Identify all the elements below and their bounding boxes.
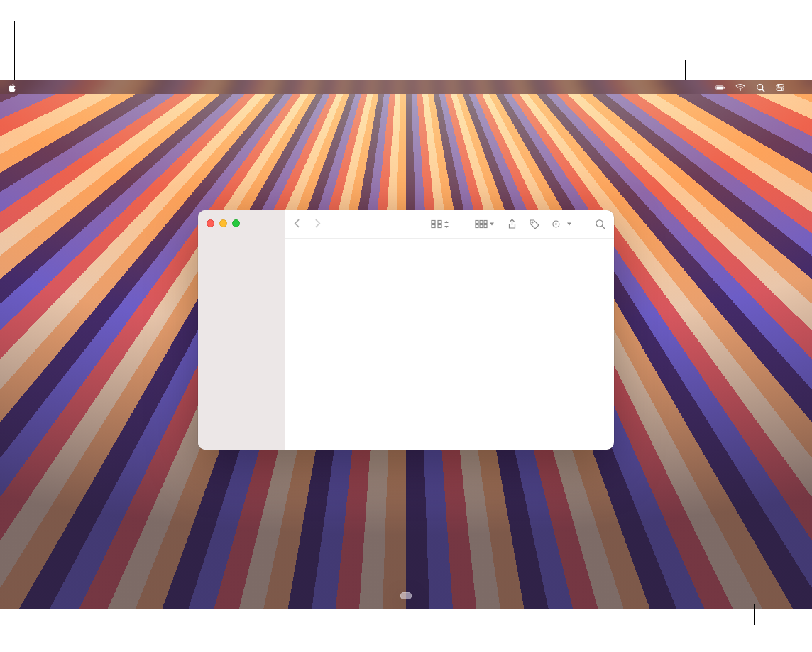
control-center-icon[interactable] (775, 82, 785, 92)
svg-point-4 (757, 84, 762, 89)
apple-menu-icon[interactable] (7, 82, 17, 92)
svg-point-8 (778, 85, 779, 86)
svg-line-5 (762, 89, 764, 91)
svg-point-22 (555, 223, 557, 225)
svg-rect-17 (476, 225, 478, 228)
svg-point-9 (781, 89, 782, 90)
tag-button[interactable] (530, 219, 539, 229)
sidebar-head-locations (198, 254, 285, 259)
svg-rect-18 (480, 225, 483, 228)
desktop[interactable] (0, 80, 812, 609)
svg-point-20 (532, 222, 533, 223)
zoom-button[interactable] (232, 219, 240, 227)
svg-rect-16 (484, 221, 487, 224)
nav-back-icon[interactable] (294, 219, 301, 230)
minimize-button[interactable] (219, 219, 227, 227)
window-controls (198, 216, 285, 234)
search-button[interactable] (595, 219, 605, 229)
finder-sidebar (198, 210, 285, 450)
nav-forward-icon[interactable] (314, 219, 321, 230)
svg-rect-15 (480, 221, 483, 224)
dock (400, 592, 412, 599)
finder-window (198, 210, 614, 450)
wifi-icon[interactable] (735, 82, 745, 92)
svg-rect-13 (438, 225, 441, 228)
sidebar-head-icloud (198, 234, 285, 239)
svg-rect-2 (724, 87, 725, 88)
battery-icon[interactable] (715, 82, 725, 92)
svg-rect-19 (484, 225, 487, 228)
svg-point-3 (740, 89, 741, 91)
finder-content[interactable] (285, 239, 614, 450)
svg-rect-14 (476, 221, 478, 224)
svg-rect-12 (432, 225, 435, 228)
sidebar-head-tags (198, 263, 285, 267)
action-button[interactable] (552, 219, 572, 229)
menu-bar (0, 80, 812, 94)
svg-line-24 (602, 226, 605, 229)
view-icons-button[interactable] (431, 219, 449, 229)
svg-rect-1 (716, 86, 723, 89)
svg-rect-10 (432, 221, 435, 224)
sidebar-head-favorites (198, 244, 285, 249)
finder-toolbar (285, 210, 614, 239)
finder-main (285, 210, 614, 450)
spotlight-icon[interactable] (755, 82, 765, 92)
svg-point-23 (596, 220, 603, 227)
share-button[interactable] (508, 219, 517, 229)
close-button[interactable] (207, 219, 214, 227)
group-button[interactable] (475, 219, 495, 229)
svg-rect-11 (438, 221, 441, 224)
